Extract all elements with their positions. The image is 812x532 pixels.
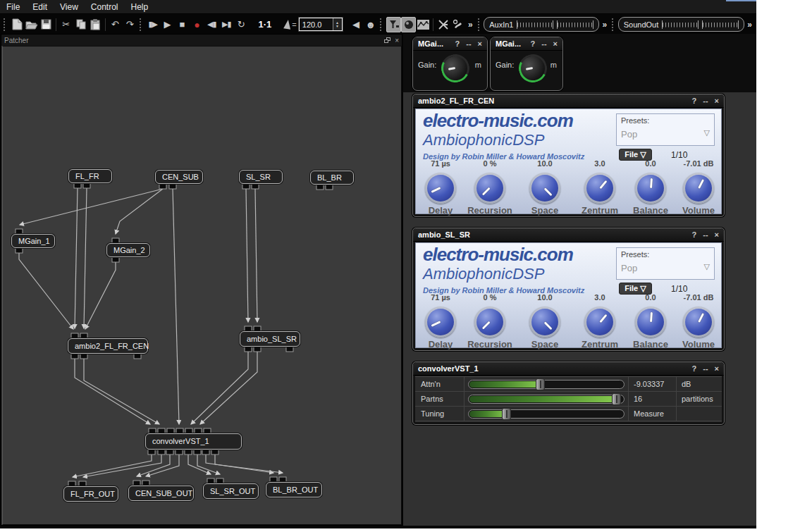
cut-button[interactable]: ✂: [59, 17, 73, 32]
presets-dropdown[interactable]: Presets: Pop ▽: [616, 247, 715, 280]
redo-button[interactable]: ↷: [123, 17, 137, 32]
close-button[interactable]: ×: [715, 364, 719, 373]
contraption-view-toggle[interactable]: [401, 17, 416, 32]
zentrum-knob[interactable]: [584, 307, 615, 338]
port-ambio2-in2[interactable]: [80, 333, 87, 338]
port-blbrout-in1[interactable]: [270, 477, 277, 482]
rewind-button[interactable]: ◀▮: [204, 17, 219, 32]
collapse-button[interactable]: --: [466, 39, 471, 48]
port-ambio2-in1[interactable]: [71, 333, 78, 338]
port-conv-out1[interactable]: [148, 450, 155, 454]
mgain2-titlebar[interactable]: MGai... ? -- ×: [491, 37, 562, 51]
port-blbrout-in2[interactable]: [279, 477, 286, 482]
dropdown-arrow-icon[interactable]: ▽: [704, 262, 710, 271]
toolbar-grip[interactable]: [612, 18, 615, 31]
loop-button[interactable]: ↻: [234, 17, 249, 32]
gain-knob[interactable]: [441, 54, 469, 82]
port-bl-br-out1[interactable]: [316, 185, 324, 190]
balance-knob[interactable]: [635, 173, 666, 204]
recursion-knob[interactable]: [474, 307, 505, 338]
collapse-button[interactable]: --: [703, 97, 708, 105]
patcher-node-fl-fr[interactable]: FL_FR: [68, 169, 112, 183]
port-fl-fr-out1[interactable]: [74, 183, 81, 188]
port-conv-in1[interactable]: [149, 428, 156, 433]
convolver-titlebar[interactable]: convolverVST_1 ? -- ×: [413, 362, 724, 376]
delay-knob[interactable]: [425, 307, 456, 338]
gain-knob[interactable]: [519, 54, 547, 82]
presets-dropdown[interactable]: Presets: Pop ▽: [616, 113, 715, 146]
volume-knob[interactable]: [683, 307, 714, 338]
port-mgain1-out[interactable]: [16, 248, 23, 253]
mute-toggle[interactable]: m: [475, 61, 481, 69]
port-ambio2-out2[interactable]: [80, 354, 87, 359]
port-ambiosl-in2[interactable]: [254, 326, 261, 331]
port-mgain1-in[interactable]: [16, 229, 23, 234]
port-ambiosl-out2[interactable]: [254, 347, 261, 352]
toolbar-grip[interactable]: [4, 18, 7, 31]
port-censubout-in2[interactable]: [142, 481, 149, 485]
close-button[interactable]: ×: [715, 230, 719, 239]
tempo-input[interactable]: 120.0 ▲ ▼: [299, 18, 343, 31]
port-slsrout-in1[interactable]: [207, 478, 214, 483]
toolbar-grip[interactable]: [478, 18, 481, 31]
recursion-knob[interactable]: [474, 173, 505, 204]
patcher-node-cen-sub-out[interactable]: CEN_SUB_OUT: [128, 485, 194, 501]
port-conv-in6[interactable]: [195, 428, 202, 433]
help-button[interactable]: ?: [692, 364, 697, 373]
patcher-view-toggle[interactable]: [386, 17, 401, 32]
partns-slider[interactable]: [468, 395, 625, 404]
save-button[interactable]: [39, 17, 54, 32]
collapse-button[interactable]: --: [541, 39, 546, 48]
automation-button[interactable]: [416, 17, 431, 32]
attn-slider[interactable]: [468, 380, 625, 389]
port-sl-sr-out1[interactable]: [242, 184, 250, 189]
port-fl-fr-out2[interactable]: [83, 183, 90, 188]
aux-in-overflow[interactable]: »: [602, 20, 607, 30]
port-mgain2-out[interactable]: [112, 257, 119, 262]
menu-help[interactable]: Help: [125, 1, 155, 13]
port-ambiosl-out3[interactable]: [286, 347, 293, 352]
port-conv-in2[interactable]: [158, 428, 165, 433]
patcher-canvas[interactable]: FL_FR CEN_SUB SL_SR BL_BR MGain_1 MGain_…: [2, 46, 402, 525]
tempo-spinner[interactable]: ▲ ▼: [333, 18, 342, 30]
mute-toggle[interactable]: m: [550, 61, 557, 69]
record-button[interactable]: ●: [190, 17, 204, 32]
port-sl-sr-out2[interactable]: [252, 184, 259, 189]
port-slsrout-in2[interactable]: [216, 478, 223, 483]
patcher-node-convolver[interactable]: convolverVST_1: [145, 433, 242, 450]
patcher-node-mgain2[interactable]: MGain_2: [106, 243, 150, 257]
volume-knob[interactable]: [683, 173, 714, 204]
attn-slider-handle[interactable]: [536, 378, 545, 390]
port-conv-out5[interactable]: [185, 450, 192, 454]
help-button[interactable]: ?: [455, 39, 460, 48]
spin-down-icon[interactable]: ▼: [336, 25, 339, 28]
close-button[interactable]: ×: [715, 97, 719, 105]
dropdown-arrow-icon[interactable]: ▽: [704, 128, 710, 137]
collapse-button[interactable]: --: [703, 230, 708, 239]
port-bl-br-out2[interactable]: [326, 185, 333, 190]
toolbar-grip[interactable]: [140, 18, 143, 31]
menu-view[interactable]: View: [54, 1, 85, 13]
patcher-node-bl-br-out[interactable]: BL_BR_OUT: [266, 482, 322, 497]
port-conv-out3[interactable]: [166, 450, 173, 454]
port-flfrout-in1[interactable]: [68, 481, 75, 486]
patcher-node-fl-fr-out[interactable]: FL_FR_OUT: [63, 486, 118, 502]
help-button[interactable]: ?: [692, 97, 697, 105]
patcher-node-sl-sr[interactable]: SL_SR: [239, 170, 283, 184]
collapse-button[interactable]: --: [703, 364, 708, 373]
patcher-node-cen-sub[interactable]: CEN_SUB: [155, 170, 203, 184]
toolbar-grip[interactable]: [380, 18, 383, 31]
close-button[interactable]: ×: [553, 39, 558, 48]
menu-edit[interactable]: Edit: [26, 1, 54, 13]
close-button[interactable]: ×: [478, 39, 482, 48]
patcher-restore-icon[interactable]: [384, 37, 390, 43]
space-knob[interactable]: [529, 173, 560, 204]
patcher-node-ambio2-fl-fr-cen[interactable]: ambio2_FL_FR_CEN: [68, 338, 148, 354]
port-mgain2-in[interactable]: [112, 238, 119, 243]
play-from-selection-button[interactable]: ▮▶: [145, 17, 160, 32]
play-button[interactable]: ▶: [160, 17, 175, 32]
port-ambio2-out1[interactable]: [71, 354, 78, 359]
balance-knob[interactable]: [635, 307, 666, 338]
open-file-button[interactable]: [25, 17, 39, 32]
patcher-node-bl-br[interactable]: BL_BR: [310, 171, 354, 185]
